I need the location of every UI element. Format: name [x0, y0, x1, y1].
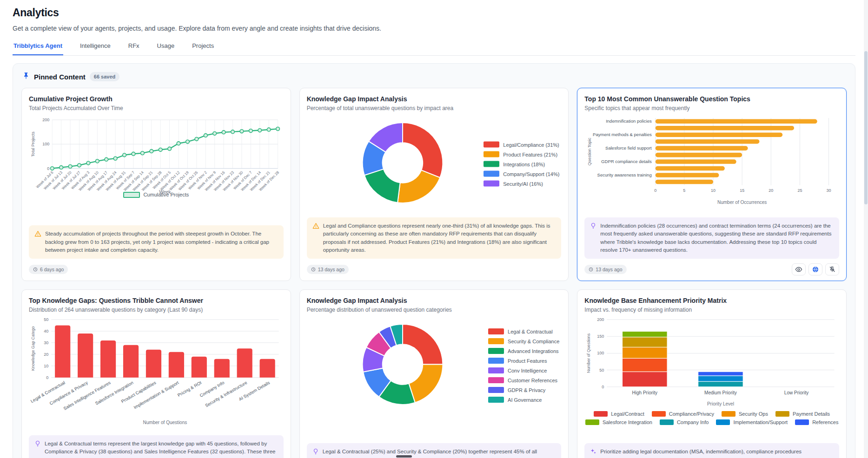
legend-item: Security/AI (16%) [484, 181, 559, 187]
svg-text:Priority Level: Priority Level [707, 401, 734, 406]
insight-box: Steady accumulation of projects througho… [29, 225, 284, 259]
svg-text:Number of Occurrences: Number of Occurrences [717, 200, 767, 205]
card-knowledge-gap-impact-2[interactable]: Knowledge Gap Impact Analysis Percentage… [299, 289, 569, 458]
timestamp-badge: 13 days ago [307, 265, 349, 274]
insight-text: Legal and Compliance questions represent… [323, 222, 556, 254]
svg-text:100: 100 [42, 142, 49, 146]
svg-text:200: 200 [597, 317, 604, 322]
view-eye-button[interactable] [792, 263, 806, 275]
svg-text:5: 5 [683, 188, 686, 193]
svg-text:20: 20 [44, 352, 48, 357]
category-donut-chart: Legal & ContractualSecurity & Compliance… [307, 317, 562, 414]
svg-text:Security & Infrastructure: Security & Infrastructure [204, 380, 248, 408]
svg-text:0: 0 [46, 375, 48, 380]
timestamp-badge: 6 days ago [29, 265, 68, 274]
eye-icon [795, 266, 802, 273]
svg-text:0: 0 [655, 188, 657, 193]
svg-text:200: 200 [42, 118, 49, 122]
tab-bar: Tribblytics Agent Intelligence RFx Usage… [13, 42, 855, 56]
svg-text:Medium Priority: Medium Priority [704, 390, 737, 395]
svg-text:GDPR compliance details: GDPR compliance details [601, 159, 652, 164]
card-title: Knowledge Gap Impact Analysis [307, 95, 562, 103]
chart-legend: Legal/ContractCompliance/PrivacySecurity… [584, 411, 839, 425]
card-top-knowledge-gaps[interactable]: Top Knowledge Gaps: Questions Tribble Ca… [21, 289, 291, 458]
clock-icon [33, 267, 38, 272]
lightbulb-icon [590, 222, 596, 254]
insight-box: Indemnification policies (28 occurrences… [584, 217, 839, 259]
insight-text: Legal & Contractual terms represent the … [45, 440, 278, 458]
card-title: Cumulative Project Growth [29, 95, 284, 103]
legend-item: Compliance/Privacy [652, 411, 714, 417]
priority-stacked-chart: 050100150200High PriorityMedium Priority… [584, 317, 839, 425]
page-subtitle: Get a complete view of your agents, proj… [13, 25, 855, 32]
warning-icon [312, 222, 319, 254]
tab-tribblytics-agent[interactable]: Tribblytics Agent [13, 42, 63, 55]
svg-text:Question Topic: Question Topic [587, 137, 592, 165]
card-subtitle: Distribution of 264 unanswerable questio… [29, 307, 284, 313]
svg-text:10: 10 [711, 188, 716, 193]
legend-item: Conv Intelligence [488, 367, 559, 373]
svg-text:Low Priority: Low Priority [784, 390, 808, 395]
tab-projects[interactable]: Projects [191, 42, 215, 55]
card-title: Knowledge Base Enhancement Priority Matr… [584, 297, 839, 304]
insight-text: Legal & Contractual (25%) and Security &… [323, 448, 556, 458]
page-title: Analytics [13, 7, 855, 19]
tab-usage[interactable]: Usage [156, 42, 176, 55]
insight-box: Legal & Contractual (25%) and Security &… [307, 443, 562, 458]
tab-intelligence[interactable]: Intelligence [79, 42, 112, 55]
legend-item: Company/Support (14%) [484, 171, 559, 177]
card-actions [792, 263, 839, 275]
card-knowledge-gap-impact[interactable]: Knowledge Gap Impact Analysis Percentage… [299, 88, 569, 281]
card-priority-matrix[interactable]: Knowledge Base Enhancement Priority Matr… [577, 289, 847, 458]
vertical-scrollbar[interactable] [864, 0, 868, 458]
card-subtitle: Impact vs. frequency of missing informat… [584, 307, 839, 313]
legend-item: Product Features [488, 358, 559, 364]
svg-text:Total Projects: Total Projects [31, 131, 35, 157]
pin-slash-icon [828, 266, 836, 273]
sparkles-icon [590, 448, 596, 458]
insight-box: Legal and Compliance questions represent… [307, 217, 562, 259]
legend-item: Integrations (18%) [484, 161, 559, 167]
pinned-content-panel: Pinned Content 66 saved Cumulative Proje… [13, 63, 855, 458]
legend-item: Product Features (21%) [484, 151, 559, 157]
svg-text:Security awareness training: Security awareness training [597, 172, 652, 177]
insight-text: Prioritize adding legal documentation (M… [600, 448, 834, 458]
warning-icon [34, 230, 41, 254]
legend-item: Security & Compliance [488, 338, 559, 344]
unpin-button[interactable] [825, 263, 839, 275]
svg-text:Pricing & ROI: Pricing & ROI [177, 380, 202, 398]
insight-text: Steady accumulation of projects througho… [45, 230, 278, 254]
svg-text:Salesforce Integration: Salesforce Integration [94, 380, 134, 406]
svg-text:Number of Questions: Number of Questions [143, 420, 187, 425]
svg-text:50: 50 [44, 317, 48, 322]
legend-item: References [795, 419, 838, 425]
orb-button[interactable] [808, 263, 822, 275]
legend-item: Advanced Integrations [488, 348, 559, 354]
clock-icon [589, 267, 593, 272]
chart-legend: Legal/Compliance (31%)Product Features (… [484, 142, 559, 187]
legend-item: Payment Details [775, 411, 830, 417]
card-subtitle: Total Projects Accumulated Over Time [29, 105, 284, 111]
clock-icon [311, 267, 316, 272]
legend-item: Salesforce Integration [585, 419, 652, 425]
vertical-scrollbar-thumb[interactable] [864, 51, 868, 204]
globe-orb-icon [812, 266, 819, 273]
insight-box: Legal & Contractual terms represent the … [29, 435, 284, 458]
legend-item: Customer References [488, 377, 559, 383]
legend-item: Legal & Contractual [488, 328, 559, 334]
card-subtitle: Percentage distribution of unanswered qu… [307, 307, 562, 313]
card-subtitle: Specific topics that appear most frequen… [584, 105, 839, 111]
svg-text:50: 50 [599, 368, 604, 373]
svg-text:150: 150 [597, 334, 604, 339]
svg-text:Indemnification policies: Indemnification policies [606, 118, 652, 124]
pinned-content-title: Pinned Content [34, 73, 86, 81]
tab-rfx[interactable]: RFx [127, 42, 140, 55]
svg-text:15: 15 [740, 188, 744, 193]
pinned-cards-grid: Cumulative Project Growth Total Projects… [21, 88, 847, 458]
card-cumulative-project-growth[interactable]: Cumulative Project Growth Total Projects… [21, 88, 291, 281]
insight-text: Indemnification policies (28 occurrences… [600, 222, 834, 254]
card-top-unanswerable-topics[interactable]: Top 10 Most Common Unanswerable Question… [577, 88, 847, 281]
horizontal-scrollbar-thumb[interactable] [396, 455, 412, 458]
svg-text:Payment methods & penalties: Payment methods & penalties [593, 132, 652, 137]
analytics-page: Analytics Get a complete view of your ag… [0, 0, 868, 458]
